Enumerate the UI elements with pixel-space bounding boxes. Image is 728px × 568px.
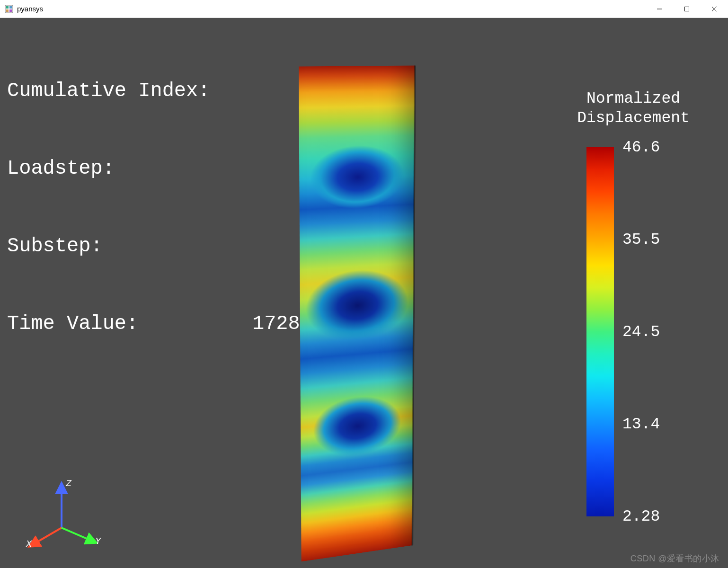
render-viewport[interactable]: Cumulative Index:5 Loadstep:1 Substep:5 … [0, 18, 728, 568]
beam-top-face [260, 62, 396, 65]
window-controls [646, 0, 728, 18]
info-label: Loadstep: [7, 156, 215, 182]
mesh-beam [265, 61, 450, 543]
axis-x [33, 528, 62, 544]
info-label: Time Value: [7, 311, 215, 337]
scalar-tick: 2.28 [622, 507, 660, 525]
info-label: Cumulative Index: [7, 78, 215, 104]
scalar-bar-title: Normalized Displacement [577, 89, 690, 128]
axis-y [62, 528, 92, 541]
axis-label-z: Z [65, 478, 72, 489]
axis-triad[interactable]: Z X Y [17, 476, 102, 551]
scalar-tick: 24.5 [622, 323, 660, 340]
scalar-tick: 35.5 [622, 231, 660, 248]
watermark: CSDN @爱看书的小沐 [630, 553, 719, 564]
beam-front-face [299, 65, 415, 561]
info-label: Substep: [7, 233, 215, 259]
svg-rect-6 [685, 7, 689, 11]
svg-rect-1 [6, 6, 9, 9]
minimize-button[interactable] [646, 0, 673, 18]
axis-label-y: Y [95, 536, 102, 547]
app-icon [5, 5, 13, 13]
svg-rect-2 [9, 6, 12, 9]
titlebar: pyansys [0, 0, 728, 18]
scalar-bar-title-line: Displacement [577, 109, 690, 127]
svg-rect-4 [9, 9, 12, 12]
axis-label-x: X [26, 539, 32, 550]
window-title: pyansys [17, 5, 43, 13]
scalar-tick: 13.4 [622, 415, 660, 433]
scalar-bar: Normalized Displacement 46.6 35.5 24.5 1… [567, 89, 700, 516]
scalar-bar-gradient [586, 147, 614, 516]
scalar-tick: 46.6 [622, 138, 660, 156]
close-button[interactable] [701, 0, 728, 18]
scalar-bar-ticks: 46.6 35.5 24.5 13.4 2.28 [614, 147, 680, 516]
scalar-bar-title-line: Normalized [586, 90, 680, 107]
svg-rect-3 [6, 9, 9, 12]
maximize-button[interactable] [673, 0, 701, 18]
